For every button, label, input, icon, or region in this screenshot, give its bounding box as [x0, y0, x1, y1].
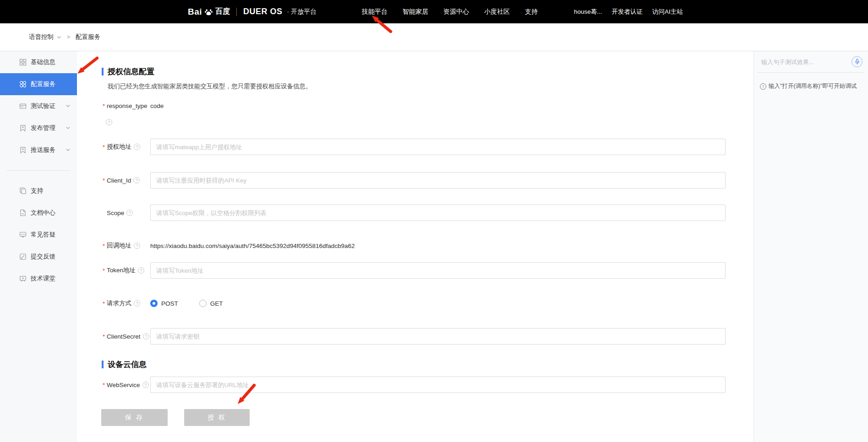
sidebar-link-doc-center[interactable]: 文档中心 [0, 202, 77, 224]
sidebar-link-tech-class[interactable]: 技术课堂 [0, 268, 77, 290]
scope-input[interactable] [150, 205, 726, 221]
radio-get-unchecked[interactable] [199, 300, 207, 307]
field-label: * 请求方式 ? [77, 299, 150, 307]
field-row-client-id: * Client_Id ? [77, 172, 735, 189]
required-asterisk: * [103, 333, 105, 340]
save-button[interactable]: 保 存 [101, 409, 168, 426]
field-label: * 授权地址 ? [77, 143, 150, 151]
nav-resource-center[interactable]: 资源中心 [443, 8, 469, 16]
logo-baidu-cn: 百度 [215, 7, 230, 16]
logo-bai-text: Bai [188, 7, 202, 17]
test-sentence-input[interactable] [760, 58, 852, 66]
help-icon[interactable]: ? [134, 300, 140, 307]
breadcrumb-separator: > [67, 34, 70, 40]
field-label: * Scope ? [77, 210, 150, 216]
radio-post-checked[interactable] [150, 300, 158, 307]
sidebar-item-label: 配置服务 [31, 80, 55, 88]
logo-divider [236, 8, 237, 16]
sidebar-item-push-service[interactable]: 推送服务 [0, 139, 77, 161]
help-icon[interactable]: ? [133, 177, 140, 183]
field-label: * Client_Id ? [77, 177, 150, 184]
chevron-down-icon [57, 36, 61, 39]
nav-xiaodu-community[interactable]: 小度社区 [484, 8, 510, 16]
callback-url-value: https://xiaodu.baidu.com/saiya/auth/7546… [150, 243, 355, 249]
help-icon[interactable]: ? [143, 333, 149, 340]
sidebar-item-label: 测试验证 [31, 102, 55, 110]
baidu-dueros-logo[interactable]: Bai 百度 DUER OS · 开放平台 [188, 0, 317, 23]
main-content: 授权信息配置 我们已经为您生成智能家居类技能交互模型，您只需要授权相应设备信息。… [77, 51, 753, 442]
help-icon[interactable]: ? [134, 144, 140, 150]
nav-support[interactable]: 支持 [525, 8, 538, 16]
help-icon[interactable]: ? [138, 267, 144, 274]
device-section-title: 设备云信息 [108, 359, 147, 370]
required-asterisk: * [103, 102, 105, 109]
sidebar-item-test-verify[interactable]: 测试验证 [0, 95, 77, 117]
sidebar-link-faq[interactable]: 常见答疑 [0, 224, 77, 246]
auth-url-input[interactable] [150, 139, 726, 155]
sidebar: 基础信息 配置服务 测试验证 发布管理 推送服务 支持 [0, 51, 77, 442]
sidebar-link-support[interactable]: 支持 [0, 180, 77, 202]
edit-pencil-icon [19, 253, 27, 260]
help-icon[interactable]: ? [126, 210, 133, 216]
client-id-input[interactable] [150, 172, 726, 189]
sidebar-item-label: 提交反馈 [31, 253, 55, 261]
breadcrumb-bar: 语音控制 > 配置服务 [0, 23, 868, 51]
sidebar-item-label: 常见答疑 [31, 231, 55, 239]
help-icon[interactable]: ? [106, 119, 112, 125]
required-asterisk: * [103, 267, 105, 274]
username[interactable]: house蓦... [574, 8, 602, 16]
test-tip-text: 输入"打开(调用名称)"即可开始调试 [769, 82, 857, 90]
bookmark-plus-icon [19, 124, 27, 132]
visit-ai-site-link[interactable]: 访问AI主站 [652, 8, 683, 16]
auth-section-description: 我们已经为您生成智能家居类技能交互模型，您只需要授权相应设备信息。 [108, 82, 312, 91]
nav-skill-platform[interactable]: 技能平台 [362, 8, 388, 16]
token-url-input[interactable] [150, 262, 726, 279]
config-service-icon [19, 81, 27, 88]
required-asterisk: * [103, 300, 105, 307]
section-accent-bar [102, 361, 104, 368]
auth-section-title: 授权信息配置 [108, 66, 154, 77]
field-label: * Token地址 ? [77, 266, 150, 275]
chevron-down-icon [66, 104, 70, 108]
auth-section-header: 授权信息配置 [102, 66, 154, 77]
top-user-area: house蓦... 开发者认证 访问AI主站 [574, 0, 683, 23]
help-icon[interactable]: ? [134, 243, 140, 249]
sidebar-item-basic-info[interactable]: 基础信息 [0, 51, 77, 73]
field-row-scope: * Scope ? [77, 205, 735, 221]
field-row-token-url: * Token地址 ? [77, 262, 735, 279]
client-secret-input[interactable] [150, 328, 726, 345]
panel-divider [758, 72, 864, 73]
radio-option-get[interactable]: GET [199, 300, 223, 307]
test-panel: ! 输入"打开(调用名称)"即可开始调试 [753, 51, 868, 442]
sidebar-item-publish-manage[interactable]: 发布管理 [0, 117, 77, 139]
sidebar-link-feedback[interactable]: 提交反馈 [0, 246, 77, 268]
top-nav: 技能平台 智能家居 资源中心 小度社区 支持 [362, 0, 538, 23]
field-label: * ClientSecret ? [77, 333, 150, 340]
field-row-response-type: * response_type code [77, 97, 735, 114]
sidebar-item-label: 技术课堂 [31, 275, 55, 283]
chat-bubble-icon [19, 231, 27, 238]
copy-pages-icon [19, 187, 27, 194]
field-row-request-method: * 请求方式 ? POST GET [77, 295, 735, 312]
request-method-radio-group: POST GET [150, 300, 223, 307]
field-label: * WebService ? [77, 382, 150, 388]
breadcrumb-parent[interactable]: 语音控制 [29, 33, 61, 41]
microphone-button[interactable] [852, 56, 863, 67]
developer-cert-link[interactable]: 开发者认证 [612, 8, 643, 16]
device-section-header: 设备云信息 [102, 359, 147, 370]
presentation-play-icon [19, 275, 27, 282]
nav-smart-home[interactable]: 智能家居 [403, 8, 428, 16]
test-sentence-row [754, 51, 868, 72]
breadcrumb-parent-label: 语音控制 [29, 33, 54, 41]
field-label: * response_type [77, 102, 150, 109]
webservice-input[interactable] [150, 377, 726, 393]
authorize-button[interactable]: 授 权 [184, 409, 250, 426]
response-type-value: code [150, 102, 164, 109]
radio-option-post[interactable]: POST [150, 300, 178, 307]
logo-dueros: DUER OS [243, 7, 283, 16]
help-icon[interactable]: ? [142, 382, 149, 388]
required-asterisk: * [103, 177, 105, 184]
sidebar-divider [6, 170, 71, 171]
info-icon: ! [760, 83, 766, 90]
sidebar-item-config-service[interactable]: 配置服务 [0, 73, 77, 95]
